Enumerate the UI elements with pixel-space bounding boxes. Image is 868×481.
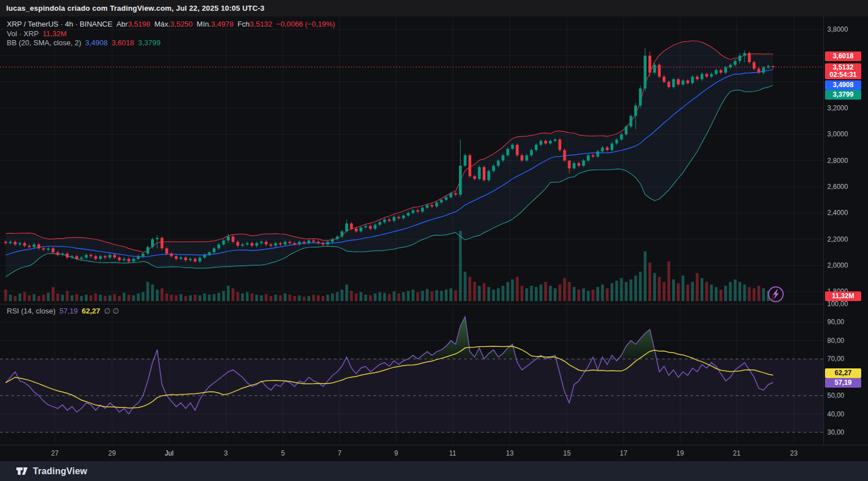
volume-legend-row[interactable]: Vol · XRP 11,32M [7,29,67,38]
bb-upper-badge: 3,6018 [825,51,861,61]
volume-badge: 11,32M [825,291,861,301]
time-axis-label: 17 [620,449,627,457]
change-value: −0,0066 (−0,19%) [276,20,335,28]
rsi-axis-label: 30,00 [827,428,844,436]
symbol-title: XRP / TetherUS · 4h · BINANCE [7,20,113,28]
rsi-axis-label: 50,00 [827,392,844,400]
rsi-axis-label: 100,00 [827,300,848,308]
tradingview-logo-link[interactable]: TradingView [16,466,87,477]
open-value: 3,5198 [128,20,151,28]
high-value: 3,5250 [170,20,193,28]
volume-value: 11,32M [42,29,66,38]
time-axis-label: 5 [281,449,285,457]
rsi-badge: 57,19 [825,378,861,388]
chart-canvas[interactable] [0,0,868,481]
lightning-button[interactable] [768,286,784,302]
rsi-extra-values: ∅ ∅ [104,307,119,315]
rsi-legend-row[interactable]: RSI (14, close) 57,19 62,27 ∅ ∅ [7,307,119,315]
pane-separator[interactable] [0,304,823,304]
time-axis-label: 9 [394,449,398,457]
bottom-toolbar: TradingView [0,461,868,481]
price-axis-label: 2,0000 [827,261,848,269]
low-value: 3,4978 [211,20,234,28]
tradingview-chart-window: lucas_espindola criado com TradingView.c… [0,0,868,481]
price-axis-label: 3,2000 [827,104,848,112]
bb-basis-value: 3,4908 [85,38,108,47]
time-axis-label: 23 [790,449,797,457]
rsi-axis-label: 40,00 [827,410,844,418]
price-axis-label: 2,8000 [827,157,848,165]
tradingview-brand-text: TradingView [33,466,87,476]
bb-legend-row[interactable]: BB (20, SMA, close, 2) 3,4908 3,6018 3,3… [7,38,161,47]
rsi-label: RSI (14, close) [7,307,55,315]
price-axis-label: 2,2000 [827,235,848,243]
rsi-value: 57,19 [59,307,78,315]
bb-label: BB (20, SMA, close, 2) [7,38,81,47]
rsi-axis-label: 70,00 [827,355,844,363]
time-axis-label: 27 [51,449,58,457]
symbol-legend-row[interactable]: XRP / TetherUS · 4h · BINANCE Abr3,5198 … [7,20,335,28]
rsi-axis-label: 80,00 [827,337,844,345]
bb-lower-value: 3,3799 [138,38,161,47]
time-axis-separator [0,445,868,445]
time-axis-label: 29 [108,449,115,457]
last-price-badge: 3,513202:54:31 [825,63,861,79]
time-axis-label: 19 [676,449,684,457]
lightning-icon [771,289,780,299]
time-axis-label: 21 [733,449,740,457]
time-axis-label: 13 [506,449,513,457]
rsi-ma-badge: 62,27 [825,368,861,378]
time-axis-label: 7 [338,449,342,457]
time-axis-label: 11 [449,449,456,457]
price-axis-label: 2,4000 [827,209,848,217]
bb-basis-badge: 3,4908 [825,80,861,90]
close-value: 3,5132 [250,20,272,28]
bb-lower-badge: 3,3799 [825,90,861,100]
tradingview-logo-icon [16,466,28,477]
bb-upper-value: 3,6018 [111,38,134,47]
time-axis-label: 15 [563,449,570,457]
time-axis-label: 3 [224,449,228,457]
volume-label: Vol · XRP [7,29,38,38]
price-axis-label: 2,6000 [827,183,848,191]
rsi-axis-label: 90,00 [827,318,844,326]
price-axis-label: 3,8000 [827,25,848,33]
price-axis-label: 3,0000 [827,130,848,138]
time-axis-label: Jul [165,449,173,457]
price-axis-separator [823,16,824,445]
rsi-ma-value: 62,27 [82,307,101,315]
